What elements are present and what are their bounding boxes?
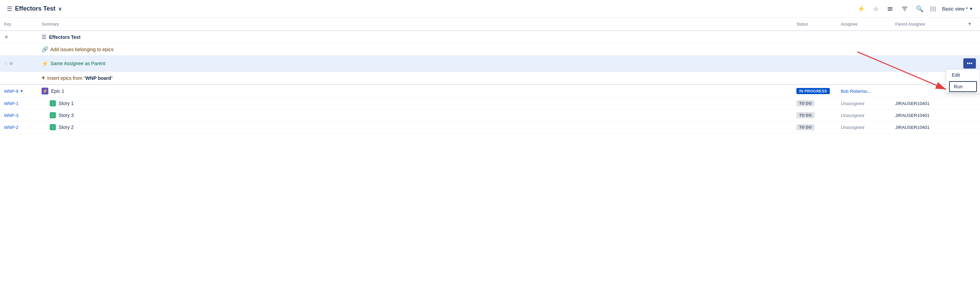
effectors-key-cell: ✳ [0, 31, 37, 43]
epic-key-cell: WNP-9 ▼ [0, 85, 37, 97]
epic-assignee-link[interactable]: Bob Robertsc... [841, 89, 871, 94]
insert-epics-status-cell [792, 72, 837, 85]
title-chevron-icon[interactable]: ∨ [58, 6, 62, 11]
story2-status-badge: TO DO [796, 124, 815, 130]
story1-icon: ↑ [50, 100, 56, 106]
add-issues-status-cell [792, 43, 837, 56]
layers-button[interactable] [885, 4, 895, 14]
insert-epics-assignee-cell [837, 72, 891, 85]
story3-summary-cell: ↑ Story 3 [37, 109, 792, 121]
insert-epics-key-cell [0, 72, 37, 85]
basic-view-asterisk: * [966, 6, 968, 11]
story3-key-link[interactable]: WNP-3 [4, 113, 18, 118]
svg-rect-2 [888, 10, 892, 11]
story2-key-link[interactable]: WNP-2 [4, 125, 18, 130]
story2-parent-assignee-cell: JIRAUSER10401 [891, 121, 959, 133]
story3-icon: ↑ [50, 112, 56, 118]
more-options-button[interactable]: ••• [963, 58, 976, 69]
effectors-assignee-cell [837, 31, 891, 43]
story2-assignee: Unassigned [841, 125, 864, 130]
add-issues-add-cell [959, 43, 980, 56]
story1-status-cell: TO DO [792, 97, 837, 109]
same-assignee-status-cell [792, 56, 837, 72]
run-menu-item[interactable]: Run [949, 81, 977, 92]
story3-add-cell [959, 109, 980, 121]
title-text: Effectors Test [15, 5, 56, 12]
page-title: Effectors Test ∨ [15, 5, 62, 12]
same-assignee-label: Same Assignee as Parent [51, 61, 105, 66]
list-icon: ☰ [7, 5, 12, 13]
columns-icon: ||| [930, 6, 936, 12]
basic-view-chevron-icon: ▼ [969, 6, 973, 11]
col-header-parent-assignee: Parent Assignee [891, 18, 959, 31]
svg-rect-0 [888, 7, 892, 8]
header-bar: ☰ Effectors Test ∨ ⚡ ☆ 🔍 ||| Basic view … [0, 0, 980, 18]
insert-epics-link[interactable]: + Insert epics from "WNP board" [41, 74, 788, 81]
same-assignee-row: ⠿ ⚡ Same Assignee as Parent ••• [0, 56, 980, 72]
story2-summary-cell: ↑ Story 2 [37, 121, 792, 133]
story3-assignee: Unassigned [841, 113, 864, 118]
story3-parent-assignee-cell: JIRAUSER10401 [891, 109, 959, 121]
effectors-title: Effectors Test [49, 34, 80, 40]
epic-key-link[interactable]: WNP-9 [4, 89, 18, 94]
same-assignee-link[interactable]: ⚡ Same Assignee as Parent [41, 61, 788, 67]
story-row-1: WNP-1 ↑ Story 1 TO DO Unassigned JIRAUSE… [0, 97, 980, 109]
story1-key-cell: WNP-1 [0, 97, 37, 109]
add-issues-parent-cell [891, 43, 959, 56]
col-header-add: + [959, 18, 980, 31]
epic-assignee-cell: Bob Robertsc... [837, 85, 891, 97]
story1-key-link[interactable]: WNP-1 [4, 101, 18, 106]
add-issues-row: 🔗 Add issues belonging to epics [0, 43, 980, 56]
filter-button[interactable] [900, 5, 909, 13]
effectors-list-icon: ☰ [41, 34, 46, 40]
story2-assignee-cell: Unassigned [837, 121, 891, 133]
story-row-2: WNP-2 ↑ Story 2 TO DO Unassigned JIRAUSE… [0, 121, 980, 133]
story2-add-cell [959, 121, 980, 133]
edit-menu-item[interactable]: Edit [946, 70, 980, 80]
search-button[interactable]: 🔍 [915, 4, 925, 14]
effectors-parent-assignee-cell [891, 31, 959, 43]
story1-parent-assignee-cell: JIRAUSER10401 [891, 97, 959, 109]
same-assignee-action-cell: ••• Edit Run [959, 56, 980, 72]
basic-view-button[interactable]: Basic view * ▼ [942, 6, 973, 11]
add-issues-key-cell [0, 43, 37, 56]
story1-summary-cell: ↑ Story 1 [37, 97, 792, 109]
add-issues-link[interactable]: 🔗 Add issues belonging to epics [41, 46, 788, 53]
story3-status-badge: TO DO [796, 112, 815, 118]
insert-epics-row: + Insert epics from "WNP board" [0, 72, 980, 85]
add-issues-summary-cell[interactable]: 🔗 Add issues belonging to epics [37, 43, 792, 56]
lightning-green-icon: ⚡ [41, 61, 48, 67]
effectors-test-row: ✳ ☰ Effectors Test [0, 31, 980, 43]
drag-handle-icon[interactable]: ⠿ [4, 61, 8, 66]
add-issues-assignee-cell [837, 43, 891, 56]
story3-key-cell: WNP-3 [0, 109, 37, 121]
add-column-button[interactable]: + [968, 21, 972, 28]
story1-title: Story 1 [59, 101, 73, 106]
story1-assignee-cell: Unassigned [837, 97, 891, 109]
col-header-key: Key [0, 18, 37, 31]
sparkle-icon: ✳ [4, 34, 8, 40]
story3-title: Story 3 [59, 113, 73, 118]
table-wrapper: Key Summary Status Assignee Parent Assig… [0, 18, 980, 133]
story2-title: Story 2 [59, 125, 73, 130]
epic-chevron-icon[interactable]: ▼ [20, 89, 24, 93]
epic-icon: ⚡ [41, 88, 48, 94]
basic-view-label: Basic view [942, 6, 965, 11]
lightning-button[interactable]: ⚡ [856, 4, 866, 14]
epic-title: Epic 1 [51, 88, 64, 94]
story1-parent-assignee: JIRAUSER10401 [895, 101, 929, 106]
effectors-summary-cell: ☰ Effectors Test [37, 31, 792, 43]
story2-icon: ↑ [50, 124, 56, 130]
star-button[interactable]: ☆ [872, 4, 880, 14]
effectors-status-cell [792, 31, 837, 43]
epic-status-cell: IN PROGRESS [792, 85, 837, 97]
same-assignee-key-cell: ⠿ [0, 56, 37, 72]
epic-row: WNP-9 ▼ ⚡ Epic 1 IN PROGRESS Bob Roberts… [0, 85, 980, 97]
story2-status-cell: TO DO [792, 121, 837, 133]
plus-icon: + [41, 74, 45, 81]
same-assignee-summary-cell: ⚡ Same Assignee as Parent [37, 56, 792, 72]
dropdown-menu: Edit Run [946, 69, 980, 93]
insert-epics-summary-cell[interactable]: + Insert epics from "WNP board" [37, 72, 792, 85]
same-assignee-assignee-cell [837, 56, 891, 72]
story1-status-badge: TO DO [796, 100, 815, 106]
